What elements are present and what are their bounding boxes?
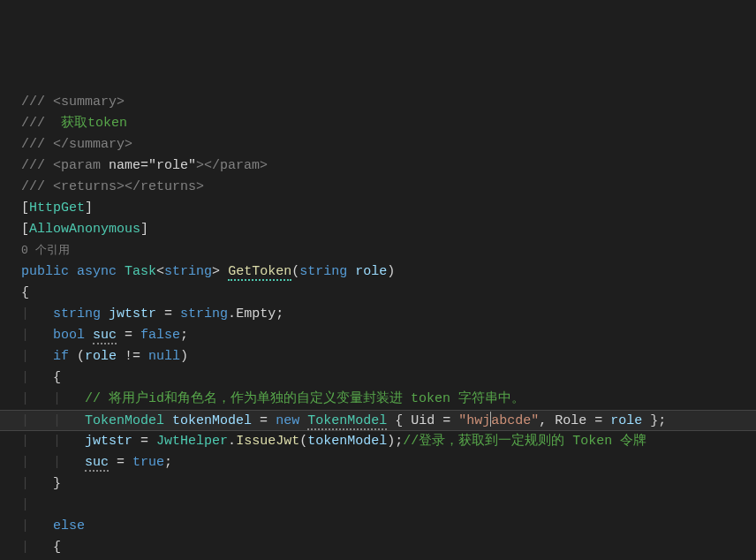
- code-line: | bool suc = false;: [21, 325, 756, 346]
- paren: ): [180, 349, 188, 364]
- code-line: | {: [21, 537, 756, 558]
- argument: tokenModel: [307, 434, 387, 449]
- operator: =: [109, 455, 132, 470]
- xmldoc-text: 获取token: [61, 116, 127, 131]
- paren: );: [387, 434, 403, 449]
- type: TokenModel: [307, 413, 387, 430]
- xmldoc-tag: ></param>: [196, 158, 268, 173]
- brace: };: [642, 413, 666, 428]
- bracket: ]: [140, 222, 148, 237]
- type: Task: [125, 264, 156, 279]
- brace: {: [53, 540, 61, 555]
- xmldoc-tag: </returns>: [125, 179, 204, 194]
- bracket: ]: [85, 201, 93, 216]
- method-name: GetToken: [228, 264, 291, 281]
- method-call: IssueJwt: [236, 434, 299, 449]
- bracket: [: [21, 222, 29, 237]
- code-line: | | // 将用户id和角色名，作为单独的自定义变量封装进 token 字符串…: [21, 389, 756, 410]
- keyword: string: [53, 306, 101, 322]
- angle-bracket: >: [212, 264, 228, 279]
- code-line: public async Task<string> GetToken(strin…: [21, 261, 756, 283]
- code-line: | else: [21, 516, 756, 537]
- semicolon: ;: [164, 455, 172, 470]
- code-line: /// </summary>: [21, 134, 756, 155]
- operator: =: [435, 413, 458, 428]
- code-line: {: [21, 283, 756, 304]
- code-line: /// <param name="role"></param>: [21, 155, 756, 177]
- semicolon: ;: [180, 328, 188, 343]
- operator: =: [156, 306, 180, 322]
- local-var: jwtstr: [109, 306, 156, 322]
- local-var: suc: [85, 455, 109, 472]
- keyword: bool: [53, 328, 85, 343]
- local-var: role: [610, 413, 642, 428]
- keyword: null: [148, 349, 180, 364]
- brace: {: [21, 285, 29, 300]
- xmldoc-tag: <summary>: [53, 95, 125, 110]
- code-line-active: | | TokenModel tokenModel = new TokenMod…: [0, 410, 756, 431]
- semicolon: ;: [276, 306, 284, 322]
- keyword: if: [53, 349, 69, 364]
- string-literal: "hwj: [458, 413, 490, 428]
- property: Uid: [411, 413, 435, 428]
- xmldoc-slashes: ///: [21, 95, 53, 110]
- code-line: | | jwtstr = JwtHelper.IssueJwt(tokenMod…: [21, 431, 756, 452]
- operator: =: [252, 413, 276, 428]
- codelens-line[interactable]: 0 个引用: [21, 240, 756, 261]
- code-line: | if (role != null): [21, 346, 756, 367]
- xmldoc-slashes: ///: [21, 179, 53, 194]
- keyword: public: [21, 264, 69, 279]
- comment: // 将用户id和角色名，作为单独的自定义变量封装进 token 字符串中。: [85, 391, 525, 406]
- brace: {: [387, 413, 411, 428]
- keyword: false: [140, 328, 180, 343]
- code-line: /// <summary>: [21, 92, 756, 113]
- xmldoc-tag: <param: [53, 158, 109, 173]
- parameter: role: [355, 264, 387, 279]
- local-var: jwtstr: [85, 434, 132, 449]
- operator: =: [132, 434, 156, 449]
- keyword: true: [132, 455, 164, 470]
- local-var: role: [85, 349, 117, 364]
- member: Empty: [236, 306, 276, 322]
- code-line: | string jwtstr = string.Empty;: [21, 304, 756, 325]
- codelens-references[interactable]: 0 个引用: [21, 244, 70, 257]
- code-editor[interactable]: /// <summary>/// 获取token/// </summary>//…: [21, 92, 756, 560]
- code-line: [HttpGet]: [21, 198, 756, 219]
- operator: !=: [117, 349, 148, 364]
- angle-bracket: <: [156, 264, 164, 279]
- keyword: string: [180, 306, 228, 322]
- brace: {: [53, 370, 61, 385]
- local-var: suc: [93, 328, 117, 344]
- paren: (: [299, 434, 307, 449]
- operator: =: [586, 413, 610, 428]
- comment: //登录，获取到一定规则的 Token 令牌: [403, 434, 646, 449]
- xmldoc-slashes: ///: [21, 158, 53, 173]
- operator: =: [117, 328, 140, 343]
- paren: (: [69, 349, 85, 364]
- bracket: [: [21, 201, 29, 216]
- code-line: | }: [21, 473, 756, 495]
- local-var: tokenModel: [172, 413, 252, 428]
- code-line: | {: [21, 367, 756, 389]
- dot: .: [228, 306, 236, 322]
- code-line: /// 获取token: [21, 113, 756, 134]
- xmldoc-slashes: ///: [21, 116, 61, 131]
- code-line: | | suc = true;: [21, 452, 756, 473]
- keyword: async: [77, 264, 117, 279]
- keyword: string: [164, 264, 212, 279]
- attribute: HttpGet: [29, 201, 85, 216]
- xmldoc-tag: </summary>: [53, 137, 132, 152]
- brace: }: [53, 476, 61, 491]
- attribute: AllowAnonymous: [29, 222, 140, 237]
- string-literal: abcde": [491, 413, 539, 428]
- property: Role: [555, 413, 586, 428]
- keyword: else: [53, 518, 85, 534]
- paren: ): [387, 264, 395, 279]
- code-line: [AllowAnonymous]: [21, 219, 756, 240]
- code-line: /// <returns></returns>: [21, 177, 756, 198]
- paren: (: [291, 264, 299, 279]
- code-line: |: [21, 495, 756, 516]
- keyword: string: [299, 264, 347, 279]
- xmldoc-tag: <returns>: [53, 179, 125, 194]
- keyword: new: [276, 413, 299, 428]
